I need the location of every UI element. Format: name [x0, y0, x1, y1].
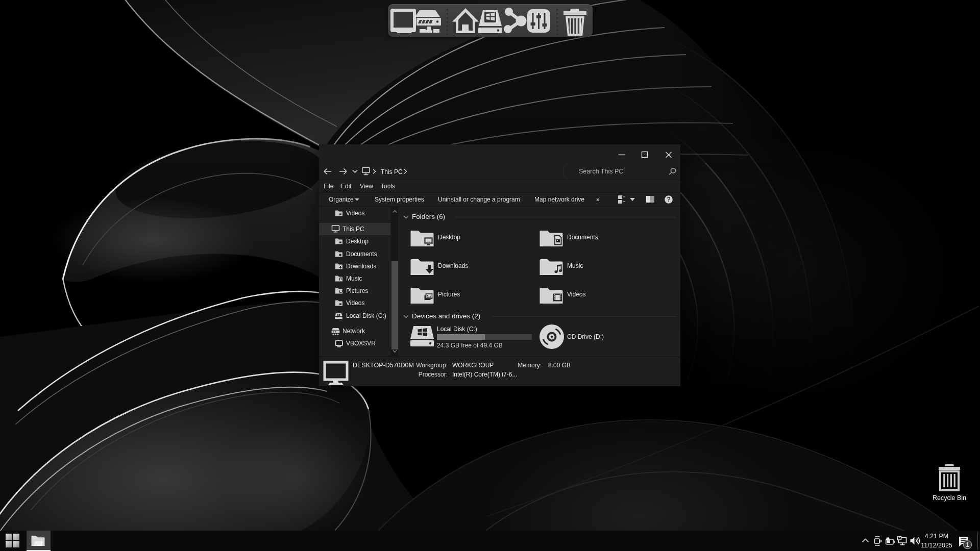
svg-text:1: 1: [966, 541, 969, 548]
svg-text:?: ?: [667, 196, 671, 203]
